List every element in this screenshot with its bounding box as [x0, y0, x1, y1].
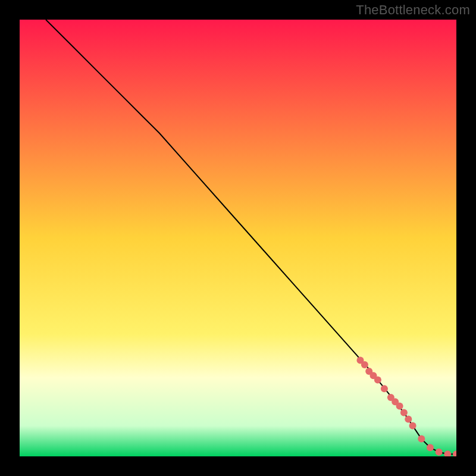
- chart-marker: [396, 403, 403, 410]
- chart-marker: [361, 361, 368, 368]
- chart-marker: [381, 385, 388, 392]
- chart-marker: [409, 422, 416, 430]
- chart-marker: [405, 416, 412, 423]
- chart-marker: [418, 436, 425, 443]
- chart-plot-area: [20, 20, 456, 456]
- chart-background-gradient: [20, 20, 456, 456]
- chart-svg: [20, 20, 456, 456]
- chart-marker: [374, 377, 381, 384]
- chart-marker: [436, 449, 443, 456]
- chart-frame: TheBottleneck.com: [0, 0, 476, 476]
- chart-marker: [427, 444, 434, 451]
- watermark-label: TheBottleneck.com: [356, 2, 470, 18]
- chart-marker: [400, 409, 408, 416]
